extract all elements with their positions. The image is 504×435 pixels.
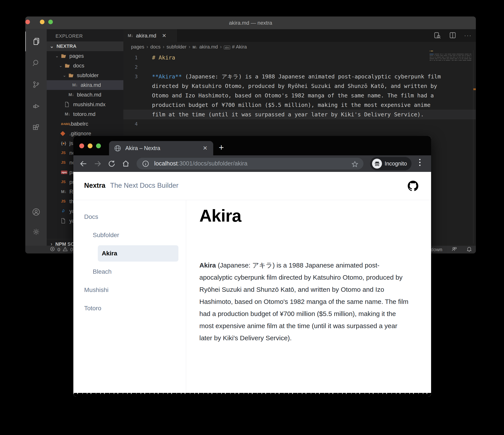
sidebar-item-subfolder[interactable]: Subfolder: [73, 226, 186, 244]
chevron-down-icon: ⌄: [55, 54, 61, 58]
warning-count: 0: [70, 247, 73, 253]
code-line[interactable]: 3**Akira** (Japanese: アキラ) is a 1988 Jap…: [123, 72, 476, 81]
json-icon: {◆}: [61, 141, 69, 146]
site-info-icon[interactable]: [142, 160, 149, 167]
active-sidebar-pill[interactable]: Akira: [98, 245, 179, 262]
run-debug-icon[interactable]: [25, 96, 47, 116]
source-control-icon[interactable]: [25, 75, 47, 95]
new-tab-button[interactable]: +: [219, 143, 224, 153]
workspace-section-header[interactable]: ⌄ NEXTRA: [47, 41, 123, 51]
page-title: Akira: [199, 206, 241, 226]
home-icon[interactable]: [119, 160, 133, 168]
close-tab-icon[interactable]: ✕: [203, 145, 207, 152]
npm-icon: npm: [61, 171, 69, 174]
zoom-traffic-light[interactable]: [96, 144, 101, 148]
minimap-line: [430, 61, 471, 63]
tree-item--babelrc[interactable]: BABEL.babelrc: [47, 119, 123, 129]
github-icon[interactable]: [408, 181, 418, 192]
minimize-traffic-light[interactable]: [88, 144, 92, 148]
overview-ruler: [473, 50, 473, 244]
folder-icon: [61, 54, 69, 58]
url-path: :3001/docs/subfolder/akira: [178, 160, 248, 167]
chevron-right-icon: ›: [51, 241, 52, 246]
window-title: akira.md — nextra: [25, 17, 476, 29]
code-line[interactable]: 1# Akira: [123, 53, 476, 62]
globe-favicon: [114, 145, 121, 152]
breadcrumb-item[interactable]: subfolder: [167, 44, 187, 50]
code-line[interactable]: Otomo and Izo Hashimoto, based on Otomo'…: [123, 91, 476, 100]
feedback-icon[interactable]: [451, 246, 457, 254]
sidebar-item-bleach[interactable]: Bleach: [73, 263, 186, 281]
minimap[interactable]: [430, 50, 471, 63]
site-tagline: The Next Docs Builder: [110, 181, 179, 190]
bookmark-star-icon[interactable]: [351, 160, 359, 170]
breadcrumb-separator: ›: [189, 44, 190, 50]
code-line[interactable]: directed by Katsuhiro Otomo, produced by…: [123, 81, 476, 91]
more-actions-icon[interactable]: ···: [464, 32, 472, 39]
breadcrumb-item[interactable]: M↓akira.md: [192, 44, 218, 50]
accounts-icon[interactable]: [25, 202, 47, 222]
browser-menu-icon[interactable]: [419, 159, 421, 166]
site-header: Nextra The Next Docs Builder: [73, 172, 431, 200]
tree-item-subfolder[interactable]: ⌄subfolder: [47, 71, 123, 80]
back-icon[interactable]: [76, 160, 90, 168]
file-label: .gitignore: [69, 130, 91, 137]
tree-item-totoro-md[interactable]: M↓totoro.md: [47, 109, 123, 119]
file-label: docs: [73, 63, 84, 69]
open-preview-icon[interactable]: [433, 31, 441, 40]
file-label: .babelrc: [69, 121, 88, 127]
code-line[interactable]: film at the time (until it was surpassed…: [123, 110, 476, 119]
sidebar-item-docs[interactable]: Docs: [73, 208, 186, 226]
warnings-icon: [62, 246, 68, 253]
split-editor-icon[interactable]: [449, 31, 457, 40]
line-number: 1: [123, 55, 143, 60]
tree-item-akira-md[interactable]: M↓akira.md: [47, 80, 123, 90]
forward-icon[interactable]: [90, 160, 105, 168]
tree-item-pages[interactable]: ⌄pages: [47, 51, 123, 61]
breadcrumb-item[interactable]: pages: [131, 44, 144, 50]
reload-icon[interactable]: [105, 160, 119, 168]
explorer-icon[interactable]: [25, 32, 47, 51]
code-line[interactable]: 2: [123, 62, 476, 72]
markdown-icon: M↓: [69, 92, 77, 97]
browser-tab[interactable]: Akira – Nextra ✕: [109, 141, 213, 155]
tab-akira-md[interactable]: M↓ akira.md ✕: [123, 29, 177, 42]
js-icon: JS: [61, 151, 69, 155]
notifications-bell-icon[interactable]: [466, 246, 472, 254]
overview-ruler-marker: [473, 88, 476, 90]
extensions-icon[interactable]: [25, 118, 47, 138]
js-icon: JS: [61, 199, 69, 204]
breadcrumb[interactable]: pages›docs›subfolder›M↓akira.md›abc# Aki…: [123, 42, 476, 52]
problems-status[interactable]: 0 0: [50, 246, 73, 253]
sidebar-item-akira[interactable]: Akira: [73, 244, 186, 263]
site-brand[interactable]: Nextra: [84, 181, 106, 190]
url-host: localhost: [154, 160, 178, 167]
js-icon: JS: [61, 160, 69, 165]
minimap-line: [430, 58, 471, 60]
git-icon: [61, 132, 69, 135]
address-bar[interactable]: localhost:3001/docs/subfolder/akira: [136, 158, 363, 170]
tree-item-bleach-md[interactable]: M↓bleach.md: [47, 90, 123, 100]
code-line[interactable]: 4: [123, 119, 476, 129]
close-traffic-light[interactable]: [79, 144, 84, 148]
code-editor[interactable]: 1# Akira23**Akira** (Japanese: アキラ) is a…: [123, 53, 476, 129]
tree-item-mushishi-mdx[interactable]: mushishi.mdx: [47, 100, 123, 109]
breadcrumb-item[interactable]: abc# Akira: [224, 44, 247, 50]
vscode-titlebar[interactable]: akira.md — nextra: [25, 17, 476, 29]
search-icon[interactable]: [25, 53, 47, 73]
code-line[interactable]: production budget of ¥700 million ($5.5 …: [123, 100, 476, 110]
incognito-icon: [372, 159, 382, 169]
minimap-line: [430, 56, 471, 58]
editor-actions: ···: [433, 29, 472, 42]
breadcrumb-separator: ›: [146, 44, 148, 50]
close-tab-icon[interactable]: ✕: [162, 33, 166, 39]
settings-gear-icon[interactable]: [25, 222, 47, 242]
minimap-line: [430, 53, 471, 55]
tree-item-docs[interactable]: ⌄docs: [47, 61, 123, 71]
sidebar-item-mushishi[interactable]: Mushishi: [73, 281, 186, 299]
file-label: pages: [69, 53, 84, 59]
editor-tabbar: M↓ akira.md ✕ ···: [123, 29, 476, 42]
activity-bar: [25, 29, 47, 246]
breadcrumb-item[interactable]: docs: [150, 44, 160, 50]
sidebar-item-totoro[interactable]: Totoro: [73, 299, 186, 317]
